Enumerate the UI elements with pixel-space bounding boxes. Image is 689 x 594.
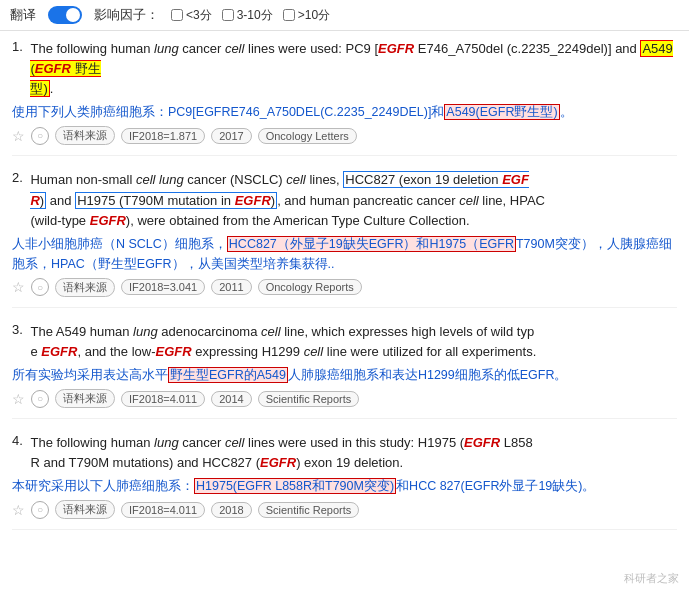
filter-3-10-checkbox[interactable] [222, 9, 234, 21]
result-2-year-tag[interactable]: 2011 [211, 279, 251, 295]
result-1-number: 1. [12, 39, 26, 54]
result-2-source-tag[interactable]: 语料来源 [55, 278, 115, 297]
result-3-chinese: 所有实验均采用表达高水平野生型EGFR的A549人肺腺癌细胞系和表达H1299细… [12, 365, 677, 385]
result-4-meta: ☆ ○ 语料来源 IF2018=4.011 2018 Scientific Re… [12, 500, 677, 519]
result-3-number: 3. [12, 322, 26, 337]
filter-gt10-label: >10分 [298, 7, 330, 24]
result-4-source-tag[interactable]: 语料来源 [55, 500, 115, 519]
toggle-thumb [66, 8, 80, 22]
result-4-circle[interactable]: ○ [31, 501, 49, 519]
result-1-year-tag[interactable]: 2017 [211, 128, 251, 144]
translate-label: 翻译 [10, 6, 36, 24]
result-2-meta: ☆ ○ 语料来源 IF2018=3.041 2011 Oncology Repo… [12, 278, 677, 297]
result-4-if-tag: IF2018=4.011 [121, 502, 205, 518]
result-1-meta: ☆ ○ 语料来源 IF2018=1.871 2017 Oncology Lett… [12, 126, 677, 145]
result-3-meta: ☆ ○ 语料来源 IF2018=4.011 2014 Scientific Re… [12, 389, 677, 408]
result-2-number: 2. [12, 170, 26, 185]
result-4-english: The following human lung cancer cell lin… [30, 433, 532, 473]
results-list: 1. The following human lung cancer cell … [0, 31, 689, 552]
result-3-star[interactable]: ☆ [12, 391, 25, 407]
result-3-english: The A549 human lung adenocarcinoma cell … [30, 322, 536, 362]
result-2-star[interactable]: ☆ [12, 279, 25, 295]
result-item-1: 1. The following human lung cancer cell … [12, 39, 677, 156]
result-4-star[interactable]: ☆ [12, 502, 25, 518]
result-2-if-tag: IF2018=3.041 [121, 279, 205, 295]
result-1-journal-tag[interactable]: Oncology Letters [258, 128, 357, 144]
result-2-english-row: 2. Human non-small cell lung cancer (NSC… [12, 170, 677, 230]
toggle-track [48, 6, 82, 24]
result-4-english-row: 4. The following human lung cancer cell … [12, 433, 677, 473]
filter-3-10-label: 3-10分 [237, 7, 273, 24]
result-4-chinese: 本研究采用以下人肺癌细胞系：H1975(EGFR L858R和T790M突变)和… [12, 476, 677, 496]
filter-lt3-checkbox[interactable] [171, 9, 183, 21]
result-3-source-tag[interactable]: 语料来源 [55, 389, 115, 408]
translate-toggle[interactable] [48, 6, 82, 24]
result-item-3: 3. The A549 human lung adenocarcinoma ce… [12, 322, 677, 419]
result-2-english: Human non-small cell lung cancer (NSCLC)… [30, 170, 545, 230]
result-4-year-tag[interactable]: 2018 [211, 502, 251, 518]
result-2-journal-tag[interactable]: Oncology Reports [258, 279, 362, 295]
result-3-english-row: 3. The A549 human lung adenocarcinoma ce… [12, 322, 677, 362]
result-3-if-tag: IF2018=4.011 [121, 391, 205, 407]
result-1-star[interactable]: ☆ [12, 128, 25, 144]
result-1-circle[interactable]: ○ [31, 127, 49, 145]
filter-gt10-checkbox[interactable] [283, 9, 295, 21]
filter-lt3[interactable]: <3分 [171, 7, 212, 24]
filter-lt3-label: <3分 [186, 7, 212, 24]
watermark: 科研者之家 [624, 571, 679, 586]
top-bar: 翻译 影响因子： <3分 3-10分 >10分 [0, 0, 689, 31]
filter-gt10[interactable]: >10分 [283, 7, 330, 24]
result-2-circle[interactable]: ○ [31, 278, 49, 296]
result-1-if-tag: IF2018=1.871 [121, 128, 205, 144]
result-1-english-row: 1. The following human lung cancer cell … [12, 39, 677, 99]
result-1-chinese: 使用下列人类肺癌细胞系：PC9[EGFRE746_A750DEL(C.2235_… [12, 102, 677, 122]
result-3-year-tag[interactable]: 2014 [211, 391, 251, 407]
result-4-journal-tag[interactable]: Scientific Reports [258, 502, 360, 518]
result-3-circle[interactable]: ○ [31, 390, 49, 408]
result-3-journal-tag[interactable]: Scientific Reports [258, 391, 360, 407]
result-item-2: 2. Human non-small cell lung cancer (NSC… [12, 170, 677, 307]
filter-3-10[interactable]: 3-10分 [222, 7, 273, 24]
impact-label: 影响因子： [94, 6, 159, 24]
result-1-source-tag[interactable]: 语料来源 [55, 126, 115, 145]
result-1-english: The following human lung cancer cell lin… [30, 39, 677, 99]
result-4-number: 4. [12, 433, 26, 448]
result-2-chinese: 人非小细胞肺癌（N SCLC）细胞系，HCC827（外显子19缺失EGFR）和H… [12, 234, 677, 274]
result-item-4: 4. The following human lung cancer cell … [12, 433, 677, 530]
filter-group: <3分 3-10分 >10分 [171, 7, 330, 24]
